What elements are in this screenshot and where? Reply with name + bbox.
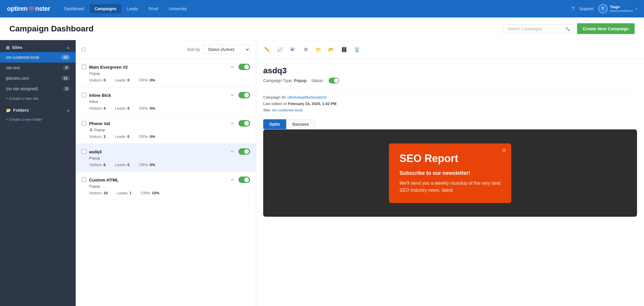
site-badge-2: 0 (63, 65, 70, 70)
popup-close-icon[interactable]: ✕ (502, 147, 507, 154)
campaign-preview: ✕ SEO Report Subscribe to our newsletter… (263, 129, 637, 217)
campaign-edit-icon-5[interactable]: ✏ (231, 177, 234, 182)
cr-3: CR%: 0% (139, 134, 155, 139)
campaign-checkbox-5[interactable] (82, 177, 86, 182)
campaign-item-2[interactable]: Inline Blck ✏ Inline Visitors: 4 Leads: … (76, 87, 256, 115)
campaign-checkbox-2[interactable] (82, 93, 86, 97)
sort-select[interactable]: Status (Active) Date Created Name Visito… (204, 45, 250, 54)
campaign-checkbox-1[interactable] (82, 65, 86, 69)
leads-2: Leads: 0 (115, 106, 130, 111)
campaign-checkbox-3[interactable] (82, 121, 86, 126)
leads-1: Leads: 0 (115, 78, 130, 82)
campaign-toggle-5[interactable] (238, 177, 250, 183)
campaign-toggle-1[interactable] (238, 64, 250, 70)
campaign-id-link[interactable]: u854v0wp6fw0sosktvt3 (287, 95, 326, 99)
detail-site-link[interactable]: om-customer.local (272, 108, 302, 112)
sites-section-header[interactable]: ▣ Sites ▲ (0, 40, 76, 52)
detail-last-edited-row: Last edited on February 24, 2020, 1:42 P… (263, 101, 637, 107)
campaign-type-2: Inline (89, 99, 250, 104)
campaign-meta-5: Visitors: 10 Leads: 1 CR%: 10% (89, 191, 250, 195)
campaign-toggle-3[interactable] (238, 120, 250, 127)
sidebar-item-site-test[interactable]: site.test 0 (0, 63, 76, 73)
campaign-item-1[interactable]: Main Evergreen #2 ✏ Popup Visitors: 0 Le… (76, 59, 256, 87)
help-icon[interactable]: ? (572, 6, 574, 12)
cr-1: CR%: 0% (139, 78, 155, 82)
folder-open-icon[interactable]: 📂 (326, 44, 337, 55)
campaign-edit-icon-2[interactable]: ✏ (231, 93, 234, 97)
campaign-item-3[interactable]: Phone Val ✏ 🖥 Popup Visitors: 2 Leads: 0… (76, 115, 256, 144)
phone-val-type-icon: 🖥 (89, 128, 93, 132)
campaign-type-4: Popup (89, 156, 250, 160)
user-menu-caret: ▾ (636, 7, 637, 10)
leads-3: Leads: 0 (115, 134, 130, 139)
nav-right: ? Support T Tiago AwesomeMotive ▾ (572, 4, 637, 13)
leads-4: Leads: 0 (115, 163, 130, 167)
tab-optin[interactable]: Optin (263, 119, 286, 129)
create-campaign-button[interactable]: Create New Campaign (577, 23, 635, 34)
campaign-type-3: 🖥 Popup (89, 128, 250, 132)
copy-icon[interactable]: ⧉ (300, 44, 311, 55)
folders-section-title: 📁 Folders (6, 108, 29, 113)
detail-status-label: Status: (311, 78, 324, 83)
search-bar[interactable]: 🔍 (504, 24, 574, 33)
campaign-toggle-2[interactable] (238, 92, 250, 98)
logo-text: optinm👾nster (7, 5, 50, 13)
campaign-edit-icon-1[interactable]: ✏ (231, 65, 234, 69)
folders-collapse-icon: ▲ (67, 108, 70, 112)
nav-leads[interactable]: Leads (122, 4, 143, 13)
campaign-item-5[interactable]: Custom HTML ✏ Popup Visitors: 10 Leads: … (76, 172, 256, 200)
sidebar: ▣ Sites ▲ om-customer.local 12 site.test… (0, 40, 76, 306)
campaign-name-2: Inline Blck (89, 93, 228, 98)
campaign-name-1: Main Evergreen #2 (89, 65, 228, 70)
sites-section-title: ▣ Sites (6, 45, 22, 50)
folder-closed-icon[interactable]: 📁 (313, 44, 324, 55)
search-input[interactable] (507, 26, 564, 31)
tab-success[interactable]: Success (286, 119, 315, 129)
filter-icon[interactable]: ⚗️ (288, 44, 298, 55)
campaign-meta-2: Visitors: 4 Leads: 0 CR%: 0% (89, 106, 250, 111)
add-site-link[interactable]: + Create a new site (0, 94, 76, 103)
user-menu[interactable]: T Tiago AwesomeMotive ▾ (598, 4, 637, 13)
folder-icon: 📁 (6, 108, 11, 113)
nav-dashboard[interactable]: Dashboard (59, 4, 89, 13)
nav-campaigns[interactable]: Campaigns (90, 4, 121, 13)
campaign-panel: Sort by Status (Active) Date Created Nam… (76, 40, 256, 306)
site-label-2: site.test (6, 65, 63, 70)
topnav: optinm👾nster Dashboard Campaigns Leads P… (0, 0, 644, 17)
main-layout: ▣ Sites ▲ om-customer.local 12 site.test… (0, 40, 644, 306)
site-badge-1: 12 (61, 55, 70, 60)
select-all-checkbox[interactable] (82, 48, 85, 51)
visitors-1: Visitors: 0 (89, 78, 106, 82)
campaign-edit-icon-4[interactable]: ✏ (231, 149, 234, 154)
detail-status-toggle[interactable] (329, 78, 339, 83)
popup-subtitle: Subscribe to our newsletter! (399, 170, 501, 176)
analytics-icon[interactable]: 📈 (275, 44, 285, 55)
sites-collapse-icon: ▲ (67, 46, 70, 49)
edit-icon[interactable]: ✏️ (262, 44, 273, 55)
sort-label: Sort by (187, 47, 200, 52)
campaign-checkbox-4[interactable] (82, 149, 86, 154)
detail-body: asdq3 Campaign Type: Popup Status: Campa… (256, 59, 644, 224)
nav-proof[interactable]: Proof (144, 4, 163, 13)
delete-icon[interactable]: 🗑️ (352, 44, 362, 55)
campaign-name-3: Phone Val (89, 121, 228, 126)
cr-5: CR%: 10% (141, 191, 160, 195)
support-link[interactable]: Support (579, 6, 593, 11)
campaign-edit-icon-3[interactable]: ✏ (231, 121, 234, 126)
sidebar-item-no-site[interactable]: (no site assigned) 3 (0, 83, 76, 94)
sidebar-item-tjdsneto[interactable]: tjdsneto.com 11 (0, 73, 76, 83)
nav-university[interactable]: University (164, 4, 191, 13)
folders-section-header[interactable]: 📁 Folders ▲ (0, 103, 76, 115)
visitors-4: Visitors: 6 (89, 163, 106, 167)
add-folder-link[interactable]: + Create a new folder (0, 115, 76, 124)
campaign-name-5: Custom HTML (89, 177, 228, 182)
site-label-1: om-customer.local (6, 55, 61, 60)
archive-icon[interactable]: 🗄️ (339, 44, 349, 55)
logo-icon: 👾 (28, 6, 35, 12)
sidebar-item-om-customer[interactable]: om-customer.local 12 (0, 52, 76, 63)
sites-icon: ▣ (6, 45, 10, 50)
site-label-4: (no site assigned) (6, 86, 63, 91)
campaign-item-4[interactable]: asdq3 ✏ Popup Visitors: 6 Leads: 0 CR%: … (76, 144, 256, 172)
campaign-toggle-4[interactable] (238, 148, 250, 155)
logo[interactable]: optinm👾nster (7, 5, 50, 13)
